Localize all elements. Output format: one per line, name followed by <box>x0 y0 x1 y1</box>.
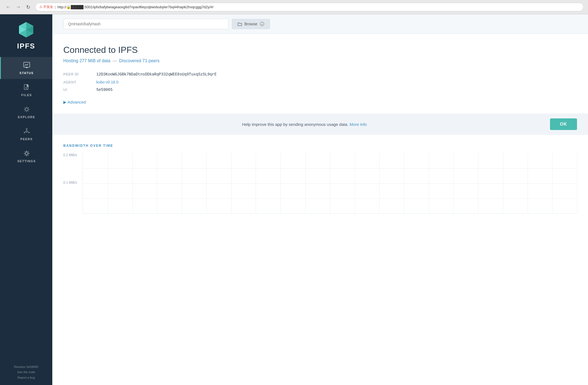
sidebar-item-settings-label: SETTINGS <box>17 159 36 163</box>
chart-grid-vertical-line <box>355 153 355 213</box>
ui-value: 5e59065 <box>96 88 113 92</box>
nav-buttons: ← → ↻ <box>4 3 32 11</box>
svg-line-19 <box>25 107 26 108</box>
app-layout: IPFS STATUS <box>0 14 588 385</box>
chart-grid-vertical-line <box>404 153 404 213</box>
sidebar-logo: IPFS <box>16 20 36 50</box>
svg-point-24 <box>26 128 27 129</box>
browse-folder-icon <box>237 21 242 26</box>
sidebar-nav: STATUS FILES <box>0 57 52 167</box>
ipfs-logo-icon <box>16 20 36 40</box>
peers-link[interactable]: Discovered 71 peers <box>119 58 160 63</box>
peers-icon <box>23 128 31 135</box>
hosting-link[interactable]: Hosting 277 MiB of data <box>63 58 110 63</box>
sidebar: IPFS STATUS <box>0 14 52 385</box>
chart-grid-vertical-line <box>379 153 380 213</box>
svg-line-21 <box>28 107 29 108</box>
report-bug-link[interactable]: Report a bug <box>14 375 38 381</box>
browse-button[interactable]: Browse <box>232 19 270 29</box>
svg-point-14 <box>25 108 28 111</box>
sidebar-footer: Revision 5e59065 See the code Report a b… <box>10 360 43 385</box>
chart-grid-vertical-line <box>231 153 232 213</box>
chart-grid <box>83 153 577 214</box>
back-button[interactable]: ← <box>4 3 12 11</box>
banner-text: Help improve this app by sending anonymo… <box>63 122 546 127</box>
svg-line-28 <box>28 132 28 132</box>
banner-ok-button[interactable]: OK <box>550 118 577 130</box>
chart-grid-vertical-line <box>330 153 330 213</box>
chart-container: 0.2 MiB/s 0.1 MiB/s <box>63 153 577 214</box>
chart-grid-vertical-line <box>281 153 281 213</box>
revision-text: Revision 5e59065 <box>14 365 38 368</box>
chart-y-axis: 0.2 MiB/s 0.1 MiB/s <box>63 153 80 214</box>
chart-grid-vertical-line <box>132 153 133 213</box>
address-bar[interactable]: ⚠ 不安全 | http://🔒█████:5001/ipfs/bafybeia… <box>35 3 584 11</box>
chart-grid-vertical-line <box>577 153 577 213</box>
svg-line-29 <box>25 132 26 132</box>
more-info-link[interactable]: More info <box>350 122 367 127</box>
svg-line-22 <box>25 110 26 111</box>
chart-grid-vertical-line <box>503 153 503 213</box>
chart-grid-vertical-line <box>256 153 256 213</box>
main-content: Connected to IPFS Hosting 277 MiB of dat… <box>52 34 588 385</box>
sidebar-item-peers-label: PEERS <box>20 137 33 141</box>
sidebar-item-files-label: FILES <box>21 93 32 97</box>
chart-grid-vertical-line <box>206 153 207 213</box>
chart-grid-vertical-line <box>429 153 429 213</box>
chart-grid-vertical-line <box>528 153 528 213</box>
chart-grid-vertical-line <box>157 153 157 213</box>
advanced-toggle[interactable]: ▶ Advanced <box>63 100 86 105</box>
content-area: Browse Connected to IPFS Hosting 277 MiB… <box>52 14 588 385</box>
stats-dash: — <box>113 58 117 63</box>
status-icon <box>23 61 31 69</box>
chart-grid-vertical-line <box>453 153 454 213</box>
svg-point-30 <box>26 152 28 154</box>
ui-label: UI <box>63 88 85 92</box>
search-input[interactable] <box>63 19 228 29</box>
chart-grid-vertical-line <box>552 153 552 213</box>
usage-data-banner: Help improve this app by sending anonymo… <box>52 113 588 135</box>
agent-row: AGENT kubo v0.16.0 <box>63 80 577 84</box>
svg-point-25 <box>28 132 29 133</box>
chart-grid-vertical-line <box>108 153 108 213</box>
agent-label: AGENT <box>63 80 85 84</box>
reload-button[interactable]: ↻ <box>24 3 32 11</box>
sidebar-item-files[interactable]: FILES <box>0 79 52 101</box>
chart-grid-vertical-line <box>478 153 478 213</box>
svg-marker-13 <box>27 85 29 86</box>
info-table: PEER ID 12D3KooWGJGBk7NDaDtnsDDkaRqP332q… <box>63 72 577 92</box>
page-title: Connected to IPFS <box>63 45 577 55</box>
forward-button[interactable]: → <box>14 3 22 11</box>
chart-y-label-top: 0.2 MiB/s <box>63 153 80 157</box>
svg-point-23 <box>26 131 28 132</box>
chart-grid-vertical-line <box>305 153 306 213</box>
url-text: http://🔒█████:5001/ipfs/bafybeiageaoxg6d… <box>58 5 214 9</box>
chart-section: BANDWIDTH OVER TIME 0.2 MiB/s 0.1 MiB/s <box>63 144 577 214</box>
chart-grid-vertical-line <box>182 153 182 213</box>
settings-icon <box>23 150 31 157</box>
chart-title: BANDWIDTH OVER TIME <box>63 144 577 148</box>
browser-chrome: ← → ↻ ⚠ 不安全 | http://🔒█████:5001/ipfs/ba… <box>0 0 588 14</box>
sidebar-item-status-label: STATUS <box>20 71 34 75</box>
top-bar: Browse <box>52 14 588 34</box>
sidebar-logo-text: IPFS <box>17 42 35 50</box>
files-icon <box>23 83 31 91</box>
see-code-link[interactable]: See the code <box>14 370 38 375</box>
sidebar-item-settings[interactable]: SETTINGS <box>0 145 52 167</box>
sidebar-item-peers[interactable]: PEERS <box>0 123 52 145</box>
svg-point-31 <box>260 22 264 26</box>
svg-line-20 <box>28 110 29 111</box>
peer-id-row: PEER ID 12D3KooWGJGBk7NDaDtnsDDkaRqP332q… <box>63 72 577 77</box>
agent-value[interactable]: kubo v0.16.0 <box>96 80 118 84</box>
url-separator: | <box>55 5 56 9</box>
sidebar-item-explore[interactable]: EXPLORE <box>0 101 52 123</box>
svg-point-26 <box>24 132 25 133</box>
security-warning: ⚠ 不安全 <box>39 5 53 9</box>
sidebar-item-explore-label: EXPLORE <box>18 115 35 119</box>
ui-row: UI 5e59065 <box>63 88 577 92</box>
peer-id-label: PEER ID <box>63 72 85 76</box>
svg-rect-7 <box>24 62 30 67</box>
stats-row: Hosting 277 MiB of data — Discovered 71 … <box>63 58 577 63</box>
browse-extra-icon <box>260 21 265 26</box>
sidebar-item-status[interactable]: STATUS <box>0 57 52 79</box>
